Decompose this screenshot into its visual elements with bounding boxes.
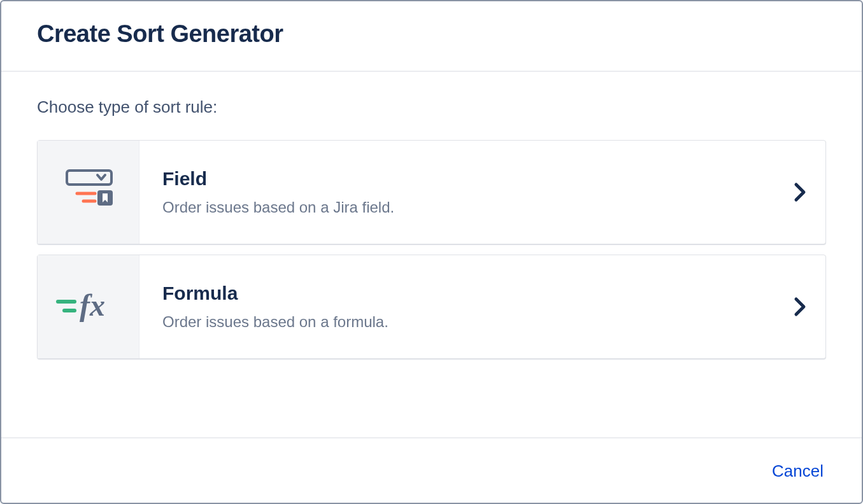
formula-sort-icon: fx bbox=[54, 289, 123, 325]
field-sort-icon bbox=[62, 168, 115, 216]
chevron-right-icon bbox=[774, 141, 825, 244]
dialog-title: Create Sort Generator bbox=[37, 20, 826, 48]
option-content: Field Order issues based on a Jira field… bbox=[139, 141, 774, 244]
svg-text:fx: fx bbox=[80, 289, 105, 322]
formula-icon-wrap: fx bbox=[38, 255, 139, 358]
dialog-body: Choose type of sort rule: bbox=[1, 72, 862, 437]
option-formula[interactable]: fx Formula Order issues based on a formu… bbox=[37, 255, 826, 359]
option-field[interactable]: Field Order issues based on a Jira field… bbox=[37, 140, 826, 244]
chevron-right-icon bbox=[774, 255, 825, 358]
option-description: Order issues based on a Jira field. bbox=[162, 199, 752, 216]
instruction-text: Choose type of sort rule: bbox=[37, 97, 826, 117]
svg-rect-0 bbox=[67, 171, 111, 185]
option-content: Formula Order issues based on a formula. bbox=[139, 255, 774, 358]
option-description: Order issues based on a formula. bbox=[162, 313, 752, 331]
field-icon-wrap bbox=[38, 141, 139, 244]
option-title: Formula bbox=[162, 283, 752, 304]
dialog-footer: Cancel bbox=[1, 437, 862, 503]
option-title: Field bbox=[162, 168, 752, 190]
cancel-button[interactable]: Cancel bbox=[769, 458, 826, 485]
create-sort-generator-dialog: Create Sort Generator Choose type of sor… bbox=[0, 0, 863, 504]
dialog-header: Create Sort Generator bbox=[1, 1, 862, 72]
